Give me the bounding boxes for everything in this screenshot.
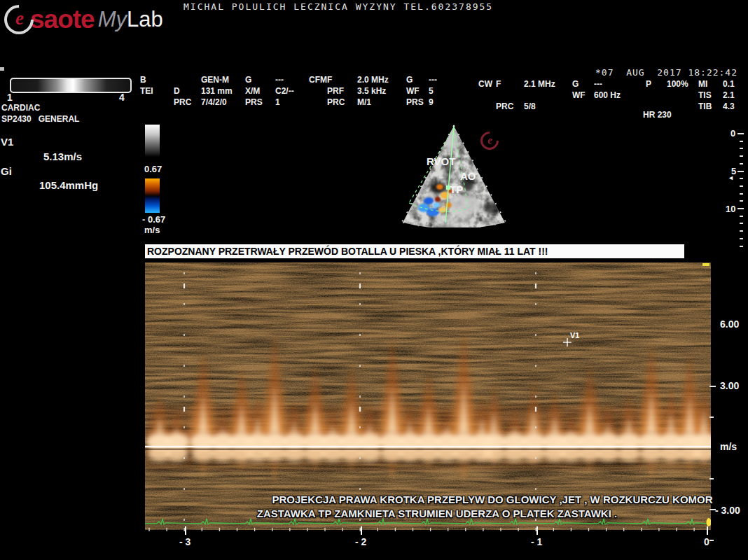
param-cell: P bbox=[646, 78, 667, 90]
param-cell: PRC bbox=[174, 97, 201, 108]
depth-label-0: 0 bbox=[730, 128, 735, 139]
param-col-2: GEN-M131 mm7/4/2/0 bbox=[201, 74, 245, 112]
measurement-v1-value: 5.13m/s bbox=[43, 150, 82, 162]
grayscale-bar bbox=[145, 125, 160, 157]
param-cell: 100% bbox=[667, 78, 698, 90]
echo-label-tp: TP bbox=[450, 183, 463, 195]
param-col-0: BTEI bbox=[140, 74, 174, 112]
param-cell: 2.1 bbox=[723, 90, 748, 101]
comment-banner-text: ROZPOZNANY PRZETRWAŁY PRZEWÓD BOTALLA U … bbox=[145, 244, 684, 258]
param-cell: 2.1 MHz bbox=[524, 78, 572, 90]
doppler-baseline-line bbox=[145, 446, 711, 447]
param-cell: 0.1 bbox=[723, 78, 748, 90]
heart-rate: HR 230 bbox=[643, 109, 672, 120]
depth-tick bbox=[737, 171, 744, 172]
esaote-mylab-logo: e saote My Lab bbox=[4, 3, 163, 36]
ultrasound-screen: e saote My Lab MICHAL POLULICH LECZNICA … bbox=[0, 0, 748, 560]
svg-text:V1: V1 bbox=[570, 331, 579, 340]
param-cell bbox=[594, 101, 646, 112]
param-cell: MI bbox=[698, 78, 723, 90]
param-cell: CW bbox=[478, 78, 496, 90]
param-cell bbox=[572, 101, 594, 112]
param-col-16: 100% bbox=[667, 74, 698, 112]
colorbar-max: 0.67 bbox=[144, 164, 162, 174]
velocity-scale-unit: m/s bbox=[720, 441, 737, 452]
param-col-13: GWF bbox=[572, 74, 594, 112]
param-col-4: ---C2/--1 bbox=[275, 74, 309, 112]
depth-tick bbox=[740, 178, 743, 179]
param-cell: PRS bbox=[245, 97, 275, 108]
param-cell: 3.5 kHz bbox=[357, 85, 406, 97]
param-col-12: 2.1 MHz 5/8 bbox=[524, 74, 572, 112]
param-col-17: MITISTIB bbox=[698, 74, 723, 112]
param-col-11: F PRC bbox=[496, 74, 524, 112]
param-cell: G bbox=[572, 78, 594, 90]
param-col-8: GWFPRS bbox=[406, 74, 429, 112]
depth-tick bbox=[740, 200, 743, 202]
param-col-15: P bbox=[646, 74, 667, 112]
param-cell: WF bbox=[406, 85, 429, 97]
param-cell bbox=[174, 74, 201, 85]
param-cell: D bbox=[174, 85, 201, 97]
param-cell: PRC bbox=[496, 101, 524, 112]
depth-tick bbox=[740, 148, 743, 149]
velocity-scale-3: 3.00 bbox=[720, 380, 739, 391]
param-col-18: 0.12.14.3 bbox=[723, 74, 748, 112]
depth-tick bbox=[740, 216, 743, 217]
depth-tick bbox=[737, 208, 744, 209]
patient-id-line: MICHAL POLULICH LECZNICA WYZYNY TEL.6023… bbox=[183, 1, 493, 12]
logo-lab: Lab bbox=[127, 7, 163, 32]
param-cell bbox=[478, 90, 496, 101]
velocity-tick bbox=[709, 540, 714, 541]
ecg-line bbox=[145, 519, 707, 524]
param-cell: F bbox=[496, 78, 524, 90]
param-cell bbox=[478, 101, 496, 112]
param-cell: X/M bbox=[245, 85, 275, 97]
param-cell: PRC bbox=[327, 97, 357, 108]
param-cell bbox=[524, 90, 572, 101]
param-col-1: DPRC bbox=[174, 74, 201, 112]
echo-label-rvot: RVOT bbox=[427, 155, 455, 167]
param-cell: M/1 bbox=[357, 97, 406, 108]
param-col-5: CFM bbox=[309, 74, 327, 112]
param-cell bbox=[496, 90, 524, 101]
velocity-tick bbox=[709, 478, 714, 479]
tgc-max-label: 4 bbox=[119, 92, 125, 103]
logo-my: My bbox=[98, 7, 127, 32]
param-cell: PRF bbox=[327, 85, 357, 97]
time-label-0: 0 bbox=[704, 536, 709, 547]
preset-application: CARDIAC bbox=[1, 102, 40, 113]
velocity-tick bbox=[709, 386, 716, 387]
param-cell: F bbox=[327, 74, 357, 85]
param-cell: --- bbox=[594, 78, 646, 90]
param-cell: 7/4/2/0 bbox=[201, 97, 245, 108]
annotation-line-1: PROJEKCJA PRAWA KROTKA PRZEPLYW DO GLOWI… bbox=[145, 493, 748, 505]
time-axis bbox=[145, 526, 711, 538]
param-cell: 131 mm bbox=[201, 85, 245, 97]
depth-tick bbox=[740, 141, 743, 142]
time-label-neg3: - 3 bbox=[179, 536, 191, 547]
depth-tick bbox=[740, 155, 743, 157]
velocity-tick bbox=[709, 509, 716, 510]
param-cell: TEI bbox=[140, 85, 174, 97]
comment-banner: ROZPOZNANY PRZETRWAŁY PRZEWÓD BOTALLA U … bbox=[145, 244, 684, 258]
param-cell bbox=[667, 90, 698, 101]
param-cell: --- bbox=[275, 74, 309, 85]
echo-label-ao: AO bbox=[460, 170, 476, 182]
param-cell: 4.3 bbox=[723, 101, 748, 112]
parameter-bar: BTEI DPRCGEN-M131 mm7/4/2/0GX/MPRS---C2/… bbox=[140, 74, 748, 112]
depth-label-10: 10 bbox=[726, 204, 735, 214]
depth-tick bbox=[737, 133, 744, 134]
depth-tick bbox=[740, 163, 743, 164]
depth-tick bbox=[740, 223, 743, 224]
param-cell: G bbox=[406, 74, 429, 85]
velocity-scale-6: 6.00 bbox=[720, 318, 739, 330]
param-cell: B bbox=[140, 74, 174, 85]
param-col-9: ---59 bbox=[429, 74, 478, 112]
measurement-v1-label: V1 bbox=[1, 136, 13, 148]
param-cell: 600 Hz bbox=[594, 90, 646, 101]
param-cell: PRS bbox=[406, 97, 429, 108]
color-doppler-bar bbox=[145, 178, 160, 213]
sweep-marker-top bbox=[702, 263, 709, 266]
param-cell bbox=[140, 97, 174, 108]
